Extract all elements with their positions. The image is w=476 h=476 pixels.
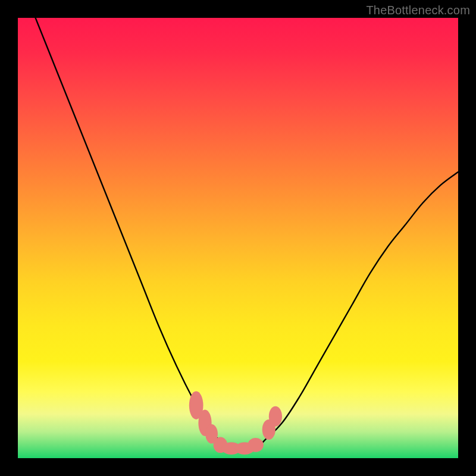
plot-area xyxy=(18,18,458,458)
curve-svg xyxy=(18,18,458,458)
bottleneck-curve xyxy=(18,18,458,450)
trough-markers xyxy=(189,392,282,455)
watermark-text: TheBottleneck.com xyxy=(366,4,470,17)
chart-frame: TheBottleneck.com xyxy=(0,0,476,476)
trough-marker xyxy=(269,406,282,427)
trough-marker xyxy=(248,438,264,452)
